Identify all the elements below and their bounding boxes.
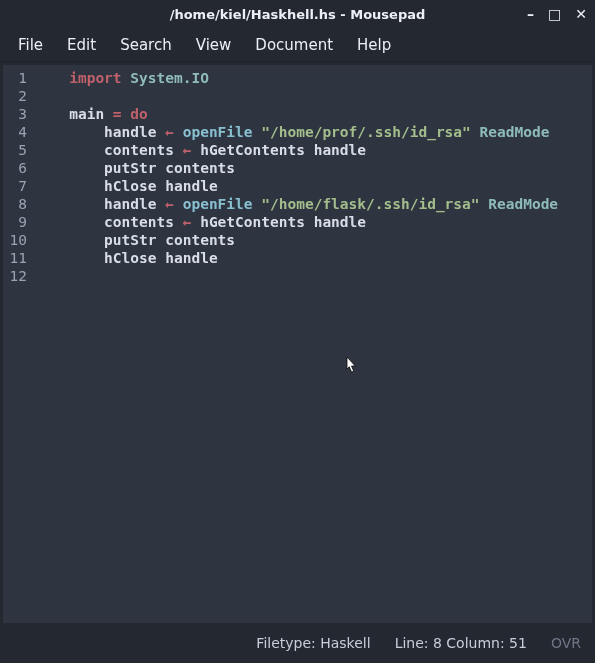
- string-literal: "/home/flask/.ssh/id_rsa": [261, 196, 479, 212]
- status-mode: OVR: [551, 635, 581, 651]
- arrow-left-icon: ←: [157, 196, 183, 212]
- code-line: handle ← openFile "/home/flask/.ssh/id_r…: [43, 195, 592, 213]
- app-window: /home/kiel/Haskhell.hs - Mousepad – □ ✕ …: [0, 0, 595, 663]
- code-line: hClose handle: [43, 249, 592, 267]
- line-number-gutter: 1 2 3 4 5 6 7 8 9 10 11 12: [3, 65, 35, 623]
- code-line: [43, 87, 592, 105]
- code-line: import System.IO: [43, 69, 592, 87]
- ident-contents: contents: [165, 232, 235, 248]
- fn-hgetcontents: hGetContents: [200, 214, 305, 230]
- menu-help[interactable]: Help: [347, 32, 401, 58]
- menu-document[interactable]: Document: [245, 32, 343, 58]
- menubar: File Edit Search View Document Help: [0, 28, 595, 62]
- string-literal: "/home/prof/.ssh/id_rsa": [261, 124, 471, 140]
- fn-hclose: hClose: [104, 250, 156, 266]
- menu-edit[interactable]: Edit: [57, 32, 106, 58]
- ident-handle: handle: [165, 250, 217, 266]
- editor-area[interactable]: 1 2 3 4 5 6 7 8 9 10 11 12 import System…: [3, 65, 592, 623]
- ctor-readmode: ReadMode: [488, 196, 558, 212]
- code-line: contents ← hGetContents handle: [43, 213, 592, 231]
- code-area[interactable]: import System.IO main = do handle ← open…: [35, 65, 592, 623]
- keyword-import: import: [69, 70, 121, 86]
- keyword-do: do: [130, 106, 147, 122]
- line-number: 9: [3, 213, 27, 231]
- ident-main: main: [69, 106, 104, 122]
- fn-putstr: putStr: [104, 232, 156, 248]
- line-number: 11: [3, 249, 27, 267]
- menu-search[interactable]: Search: [110, 32, 182, 58]
- line-number: 2: [3, 87, 27, 105]
- menu-file[interactable]: File: [8, 32, 53, 58]
- fn-hgetcontents: hGetContents: [200, 142, 305, 158]
- window-title: /home/kiel/Haskhell.hs - Mousepad: [170, 7, 426, 22]
- arrow-left-icon: ←: [157, 124, 183, 140]
- fn-putstr: putStr: [104, 160, 156, 176]
- statusbar: Filetype: Haskell Line: 8 Column: 51 OVR: [0, 623, 595, 663]
- operator-eq: =: [104, 106, 130, 122]
- ident-handle: handle: [165, 178, 217, 194]
- ident-handle: handle: [314, 214, 366, 230]
- window-controls: – □ ✕: [527, 7, 587, 21]
- line-number: 7: [3, 177, 27, 195]
- code-line: [43, 267, 592, 285]
- code-line: putStr contents: [43, 231, 592, 249]
- maximize-icon[interactable]: □: [548, 7, 561, 21]
- line-number: 5: [3, 141, 27, 159]
- minimize-icon[interactable]: –: [527, 7, 534, 21]
- fn-hclose: hClose: [104, 178, 156, 194]
- status-filetype: Filetype: Haskell: [256, 635, 370, 651]
- line-number: 4: [3, 123, 27, 141]
- close-icon[interactable]: ✕: [575, 7, 587, 21]
- ident-contents: contents: [104, 214, 174, 230]
- line-number: 1: [3, 69, 27, 87]
- fn-openfile: openFile: [183, 196, 253, 212]
- line-number: 10: [3, 231, 27, 249]
- ident-handle: handle: [104, 124, 156, 140]
- line-number: 6: [3, 159, 27, 177]
- pointer-cursor-icon: [341, 355, 359, 377]
- arrow-left-icon: ←: [174, 142, 200, 158]
- status-position: Line: 8 Column: 51: [395, 635, 527, 651]
- ident-contents: contents: [165, 160, 235, 176]
- titlebar: /home/kiel/Haskhell.hs - Mousepad – □ ✕: [0, 0, 595, 28]
- code-line: hClose handle: [43, 177, 592, 195]
- ident-handle: handle: [104, 196, 156, 212]
- line-number: 12: [3, 267, 27, 285]
- arrow-left-icon: ←: [174, 214, 200, 230]
- module-name: System.IO: [130, 70, 209, 86]
- ident-contents: contents: [104, 142, 174, 158]
- menu-view[interactable]: View: [186, 32, 242, 58]
- code-line: putStr contents: [43, 159, 592, 177]
- code-line: contents ← hGetContents handle: [43, 141, 592, 159]
- code-line: handle ← openFile "/home/prof/.ssh/id_rs…: [43, 123, 592, 141]
- ident-handle: handle: [314, 142, 366, 158]
- line-number: 8: [3, 195, 27, 213]
- line-number: 3: [3, 105, 27, 123]
- ctor-readmode: ReadMode: [480, 124, 550, 140]
- fn-openfile: openFile: [183, 124, 253, 140]
- code-line: main = do: [43, 105, 592, 123]
